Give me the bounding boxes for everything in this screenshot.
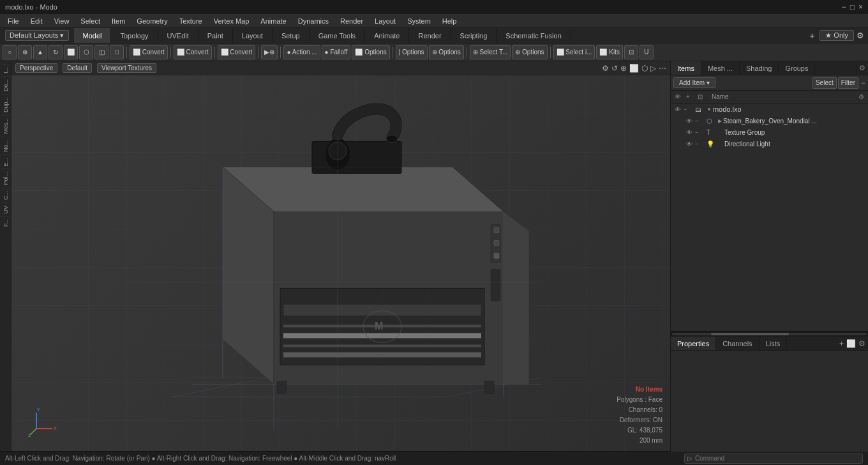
convert-button-2[interactable]: ⬜ Convert bbox=[174, 45, 212, 59]
left-tab-9[interactable]: UV bbox=[1, 202, 10, 217]
command-input[interactable] bbox=[695, 455, 860, 462]
tool-crosshair[interactable]: ⊕ bbox=[18, 45, 32, 59]
item-row-texgrp[interactable]: 👁 − T Texture Group bbox=[671, 126, 868, 138]
prop-expand-icon[interactable]: ⬜ bbox=[846, 339, 856, 348]
vp-icon-4[interactable]: ⬜ bbox=[629, 64, 639, 73]
viewport-default-btn[interactable]: Default bbox=[63, 63, 92, 73]
left-tab-5[interactable]: Ne... bbox=[1, 137, 10, 155]
vp-icon-6[interactable]: ▷ bbox=[650, 64, 656, 73]
command-area[interactable]: ▷ bbox=[684, 454, 863, 464]
tab-render[interactable]: Render bbox=[409, 28, 451, 43]
select-i-button[interactable]: ⬜ Select i... bbox=[553, 45, 595, 59]
settings-header-icon[interactable]: ⚙ bbox=[858, 93, 864, 100]
kits-button[interactable]: ⬜ Kits bbox=[596, 45, 622, 59]
scrollbar-thumb[interactable] bbox=[711, 333, 789, 335]
item-row-root[interactable]: 👁 − 🗂 ▼ modo.lxo bbox=[671, 103, 868, 115]
left-tab-6[interactable]: E... bbox=[1, 155, 10, 169]
menu-help[interactable]: Help bbox=[437, 16, 462, 26]
falloff-button[interactable]: ● Falloff bbox=[322, 45, 351, 59]
grid-button[interactable]: ⊡ bbox=[624, 45, 638, 59]
menu-texture[interactable]: Texture bbox=[174, 16, 207, 26]
menu-animate[interactable]: Animate bbox=[255, 16, 291, 26]
layout-dropdown[interactable]: Default Layouts ▾ bbox=[5, 30, 69, 41]
tool-triangle[interactable]: ▲ bbox=[33, 45, 47, 59]
left-tab-10[interactable]: F... bbox=[1, 216, 10, 229]
menu-dynamics[interactable]: Dynamics bbox=[293, 16, 334, 26]
viewport-perspective-btn[interactable]: Perspective bbox=[15, 63, 57, 73]
eye-texgrp[interactable]: 👁 bbox=[684, 129, 695, 136]
menu-render[interactable]: Render bbox=[335, 16, 368, 26]
vp-icon-3[interactable]: ⊕ bbox=[620, 64, 627, 73]
menu-vertexmap[interactable]: Vertex Map bbox=[209, 16, 255, 26]
groups-tab[interactable]: Groups bbox=[779, 61, 815, 75]
tab-layout[interactable]: Layout bbox=[233, 28, 273, 43]
star-only-button[interactable]: ★ Only bbox=[819, 30, 854, 41]
options-button-3[interactable]: ⊕ Options bbox=[429, 45, 464, 59]
prop-tab-channels[interactable]: Channels bbox=[716, 337, 759, 350]
u-button[interactable]: U bbox=[640, 45, 654, 59]
tab-paint[interactable]: Paint bbox=[198, 28, 233, 43]
eye-light[interactable]: 👁 bbox=[684, 141, 695, 148]
eye-root[interactable]: 👁 bbox=[672, 106, 684, 113]
tool-poly[interactable]: ◫ bbox=[94, 45, 108, 59]
menu-edit[interactable]: Edit bbox=[26, 16, 48, 26]
prop-plus-button[interactable]: + bbox=[839, 339, 844, 348]
tab-setup[interactable]: Setup bbox=[273, 28, 310, 43]
item-list-content[interactable]: 👁 − 🗂 ▼ modo.lxo 👁 − ⬡ ▶ Steam_Bakery_Ov… bbox=[671, 103, 868, 331]
tool-square[interactable]: □ bbox=[110, 45, 124, 59]
left-tab-8[interactable]: C... bbox=[1, 188, 10, 202]
eye-oven[interactable]: 👁 bbox=[684, 118, 695, 125]
vp-icon-7[interactable]: ⋯ bbox=[659, 64, 666, 73]
left-tab-1[interactable]: I... bbox=[1, 64, 10, 76]
tab-model[interactable]: Model bbox=[74, 28, 112, 43]
mesh-tab[interactable]: Mesh ... bbox=[701, 61, 740, 75]
menu-select[interactable]: Select bbox=[75, 16, 105, 26]
maximize-button[interactable]: □ bbox=[850, 3, 855, 11]
minimize-button[interactable]: − bbox=[842, 3, 846, 11]
prop-tab-properties[interactable]: Properties bbox=[671, 337, 716, 350]
window-controls[interactable]: − □ × bbox=[842, 3, 863, 11]
prop-settings-icon[interactable]: ⚙ bbox=[858, 339, 865, 348]
tab-scripting[interactable]: Scripting bbox=[451, 28, 497, 43]
tool-box1[interactable]: ⬜ bbox=[64, 45, 78, 59]
tab-gametools[interactable]: Game Tools bbox=[310, 28, 366, 43]
select-btn[interactable]: Select bbox=[812, 77, 837, 89]
item-row-oven[interactable]: 👁 − ⬡ ▶ Steam_Bakery_Oven_Mondial ... bbox=[671, 115, 868, 126]
tool-rotate[interactable]: ↻ bbox=[49, 45, 63, 59]
close-button[interactable]: × bbox=[858, 3, 863, 11]
arrow-oven[interactable]: ▶ bbox=[718, 118, 722, 124]
item-row-light[interactable]: 👁 − 💡 Directional Light bbox=[671, 138, 868, 149]
options-button-4[interactable]: ⊕ Options bbox=[512, 45, 547, 59]
select-t-button[interactable]: ⊕ Select T... bbox=[470, 45, 511, 59]
add-item-button[interactable]: Add Item ▾ bbox=[673, 77, 715, 88]
layout-settings-button[interactable]: ⚙ bbox=[857, 31, 864, 40]
tool-hex[interactable]: ⬡ bbox=[79, 45, 93, 59]
panel-collapse-icon[interactable]: − bbox=[861, 79, 865, 88]
menu-view[interactable]: View bbox=[49, 16, 75, 26]
menu-geometry[interactable]: Geometry bbox=[131, 16, 172, 26]
item-list-scrollbar[interactable] bbox=[671, 331, 868, 336]
left-tab-7[interactable]: Pol... bbox=[1, 169, 10, 188]
convert-button-1[interactable]: ⬜ Convert bbox=[130, 45, 168, 59]
options-button-2[interactable]: | Options bbox=[396, 45, 428, 59]
tool-circle[interactable]: ○ bbox=[3, 45, 17, 59]
left-tab-4[interactable]: Mes... bbox=[1, 115, 10, 137]
viewport-canvas[interactable]: M bbox=[11, 75, 670, 451]
vp-icon-1[interactable]: ⚙ bbox=[602, 64, 609, 73]
tab-schematic-fusion[interactable]: Schematic Fusion bbox=[497, 28, 571, 43]
action-button[interactable]: ● Action ... bbox=[283, 45, 320, 59]
convert-button-3[interactable]: ⬜ Convert bbox=[218, 45, 256, 59]
panel-settings-icon[interactable]: ⚙ bbox=[859, 64, 865, 72]
options-button-1[interactable]: ⬜ Options bbox=[352, 45, 389, 59]
arrow-root[interactable]: ▼ bbox=[707, 107, 712, 112]
filter-btn[interactable]: Filter bbox=[838, 77, 858, 89]
tab-uvedit[interactable]: UVEdit bbox=[158, 28, 198, 43]
menu-item[interactable]: Item bbox=[107, 16, 130, 26]
tab-topology[interactable]: Topology bbox=[111, 28, 158, 43]
menu-layout[interactable]: Layout bbox=[370, 16, 401, 26]
prop-tab-lists[interactable]: Lists bbox=[760, 337, 788, 350]
menu-system[interactable]: System bbox=[402, 16, 436, 26]
transform-btn[interactable]: ▶⊕ bbox=[261, 45, 278, 59]
items-tab[interactable]: Items bbox=[671, 61, 701, 75]
vp-icon-5[interactable]: ⬡ bbox=[641, 64, 648, 73]
